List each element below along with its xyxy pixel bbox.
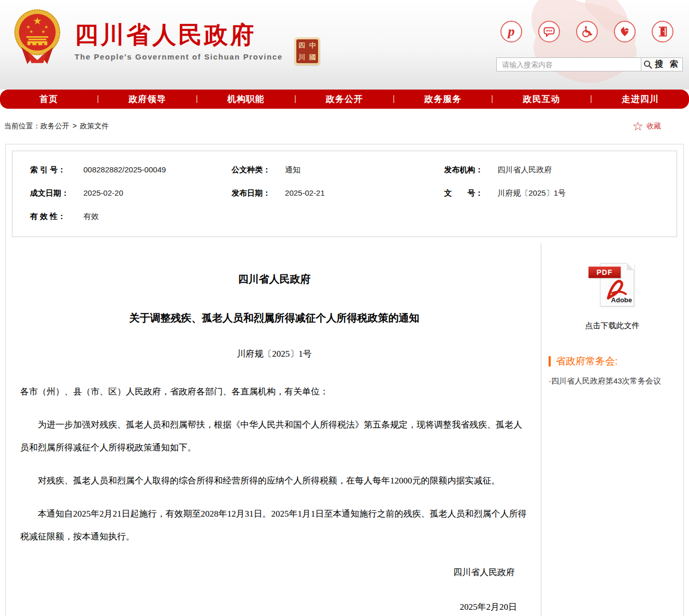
- favorite-label: 收藏: [647, 122, 661, 131]
- meta-published-date-label: 发布日期：: [232, 188, 285, 198]
- favorite-button[interactable]: ☆ 收藏: [632, 120, 661, 133]
- document-date: 2025年2月20日: [20, 601, 528, 613]
- breadcrumb-link-public-affairs[interactable]: 政务公开: [40, 122, 69, 130]
- pdf-file-icon[interactable]: PDF Adobe: [588, 262, 636, 307]
- search-input[interactable]: [497, 58, 641, 71]
- document-paragraph: 为进一步加强对残疾、孤老人员和烈属帮扶，根据《中华人民共和国个人所得税法》第五条…: [20, 414, 528, 459]
- brand-block: ★ ★ ★ ★ ★ 四川省人民政府 The People's Governmen…: [12, 7, 320, 65]
- seal-char: 川: [296, 51, 307, 63]
- brand-titles: 四川省人民政府 The People's Government of Sichu…: [75, 22, 283, 61]
- site-header: ★ ★ ★ ★ ★ 四川省人民政府 The People's Governmen…: [0, 0, 689, 90]
- breadcrumb-row: 当前位置：政务公开>政策文件 ☆ 收藏: [0, 109, 689, 144]
- comment-icon[interactable]: [538, 21, 560, 42]
- page: ★ ★ ★ ★ ★ 四川省人民政府 The People's Governmen…: [0, 0, 689, 616]
- content-body: 四川省人民政府 关于调整残疾、孤老人员和烈属所得减征个人所得税政策的通知 川府规…: [6, 243, 683, 616]
- magnifier-icon: [643, 60, 652, 69]
- breadcrumb-prefix: 当前位置：: [4, 122, 40, 130]
- document-main: 四川省人民政府 关于调整残疾、孤老人员和烈属所得减征个人所得税政策的通知 川府规…: [6, 243, 541, 616]
- wheelchair-icon[interactable]: [576, 21, 598, 42]
- svg-text:★: ★: [33, 15, 41, 27]
- meta-issuer-label: 发布机构：: [444, 165, 497, 175]
- meeting-section-header: 省政府常务会:: [548, 355, 677, 368]
- sidebar: PDF Adobe 点击下载此文件 省政府常务会: ·四川省人民政府第43次常务…: [541, 243, 683, 616]
- document-paragraph: 对残疾、孤老人员和烈属个人取得的综合所得和经营所得的应纳个人所得税额，在每人每年…: [20, 470, 528, 492]
- meta-written-date-value: 2025-02-20: [83, 188, 123, 197]
- pdf-fold-corner: [627, 263, 634, 270]
- p-logo-icon[interactable]: p: [500, 21, 522, 42]
- seal-char: 國: [307, 51, 318, 63]
- svg-text:★: ★: [44, 24, 48, 30]
- nav-item-services[interactable]: 政务服务: [394, 93, 492, 105]
- nav-item-interaction[interactable]: 政民互动: [493, 93, 590, 105]
- meta-row: 成文日期： 2025-02-20 发布日期： 2025-02-21 文 号： 川…: [12, 182, 677, 205]
- meta-written-date: 成文日期： 2025-02-20: [12, 188, 232, 198]
- meta-row: 有 效 性： 有效: [12, 205, 677, 228]
- meta-published-date-value: 2025-02-21: [285, 188, 325, 197]
- meta-validity-label: 有 效 性：: [30, 212, 83, 222]
- breadcrumb: 当前位置：政务公开>政策文件: [4, 122, 109, 131]
- document-number: 川府规〔2025〕1号: [20, 348, 528, 360]
- orange-accent-bar: [549, 356, 551, 366]
- seal-char: 中: [307, 39, 318, 51]
- care-icon[interactable]: [614, 21, 636, 42]
- star-icon: ☆: [632, 120, 643, 133]
- meta-doc-number-label: 文 号：: [444, 188, 497, 198]
- nav-item-home[interactable]: 首页: [0, 93, 97, 105]
- meta-validity-value: 有效: [83, 212, 99, 222]
- header-icon-row: p: [496, 21, 683, 42]
- nav-item-about-sichuan[interactable]: 走进四川: [592, 93, 689, 105]
- document-meta-box: 索 引 号： 008282882/2025-00049 公文种类： 通知 发布机…: [12, 151, 677, 237]
- nav-item-functions[interactable]: 机构职能: [197, 93, 295, 105]
- door-icon[interactable]: [652, 21, 673, 42]
- content-container: 索 引 号： 008282882/2025-00049 公文种类： 通知 发布机…: [5, 144, 684, 616]
- site-title: 四川省人民政府: [75, 22, 283, 48]
- breadcrumb-link-policy-documents[interactable]: 政策文件: [80, 122, 109, 130]
- meta-type-label: 公文种类：: [232, 165, 285, 175]
- search-button[interactable]: 搜 索: [641, 58, 682, 71]
- svg-text:★: ★: [26, 24, 31, 30]
- site-subtitle: The People's Government of Sichuan Provi…: [75, 52, 283, 61]
- meeting-section-title: 省政府常务会:: [556, 355, 618, 368]
- document-title: 关于调整残疾、孤老人员和烈属所得减征个人所得税政策的通知: [20, 311, 528, 325]
- search-bar: 搜 索: [496, 57, 683, 71]
- seal-char: 四: [296, 39, 307, 51]
- national-emblem-logo: ★ ★ ★ ★ ★: [12, 7, 62, 65]
- meta-row: 索 引 号： 008282882/2025-00049 公文种类： 通知 发布机…: [12, 158, 677, 182]
- china-sichuan-seal: 四 中 川 國: [294, 37, 320, 65]
- meta-type: 公文种类： 通知: [232, 165, 444, 175]
- svg-text:★: ★: [30, 29, 34, 34]
- meta-validity: 有 效 性： 有效: [12, 212, 232, 222]
- svg-text:★: ★: [41, 29, 46, 34]
- document-org-title: 四川省人民政府: [20, 272, 528, 286]
- document-salutation: 各市（州）、县（市、区）人民政府，省政府各部门、各直属机构，有关单位：: [20, 380, 528, 403]
- pdf-download-link[interactable]: 点击下载此文件: [548, 321, 677, 331]
- meta-issuer: 发布机构： 四川省人民政府: [444, 165, 677, 175]
- meta-doc-number-value: 川府规〔2025〕1号: [497, 188, 566, 198]
- main-nav: 首页 政府领导 机构职能 政务公开 政务服务 政民互动 走进四川: [0, 90, 689, 109]
- document-signature: 四川省人民政府: [20, 566, 528, 578]
- meta-type-value: 通知: [285, 165, 300, 175]
- meta-index-value: 008282882/2025-00049: [83, 165, 166, 174]
- nav-item-leaders[interactable]: 政府领导: [98, 93, 196, 105]
- meta-written-date-label: 成文日期：: [30, 188, 83, 198]
- nav-item-public-affairs[interactable]: 政务公开: [296, 93, 393, 105]
- meta-issuer-value: 四川省人民政府: [497, 165, 552, 175]
- header-right: p: [496, 21, 683, 71]
- adobe-brand-label: Adobe: [611, 296, 632, 304]
- meta-index-label: 索 引 号：: [30, 165, 83, 175]
- meta-doc-number: 文 号： 川府规〔2025〕1号: [444, 188, 677, 198]
- breadcrumb-separator: >: [73, 122, 77, 130]
- meta-published-date: 发布日期： 2025-02-21: [232, 188, 444, 198]
- meta-index: 索 引 号： 008282882/2025-00049: [12, 165, 232, 175]
- document-paragraph: 本通知自2025年2月21日起施行，有效期至2028年12月31日。2025年1…: [20, 503, 528, 548]
- search-button-label: 搜 索: [655, 59, 680, 70]
- meeting-list-item[interactable]: ·四川省人民政府第43次常务会议: [548, 376, 677, 386]
